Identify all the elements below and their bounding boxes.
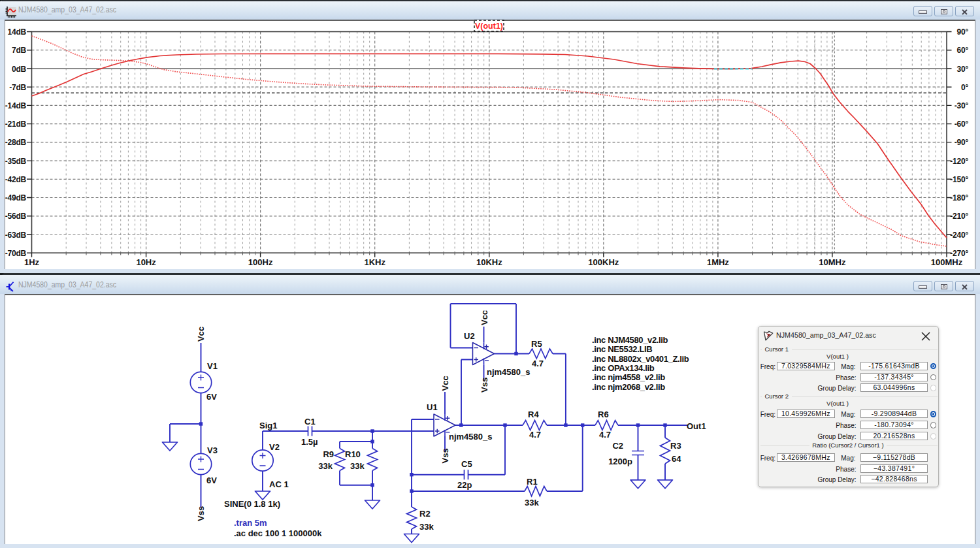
svg-text:SINE(0 1.8 1k): SINE(0 1.8 1k)	[224, 499, 280, 509]
svg-text:-7dB: -7dB	[9, 83, 26, 92]
svg-text:0°: 0°	[961, 83, 968, 92]
svg-text:R4: R4	[528, 410, 539, 419]
svg-text:-49dB: -49dB	[5, 193, 27, 202]
svg-text:30°: 30°	[956, 65, 968, 74]
svg-text:R5: R5	[531, 339, 542, 349]
svg-text:1MHz: 1MHz	[707, 257, 729, 267]
svg-text:-42dB: -42dB	[5, 175, 27, 184]
svg-text:90°: 90°	[956, 27, 968, 37]
svg-text:1200p: 1200p	[608, 457, 632, 466]
svg-text:10MHz: 10MHz	[819, 257, 846, 267]
svg-text:-30°: -30°	[955, 101, 969, 110]
svg-text:V2: V2	[269, 442, 280, 452]
svg-text:7dB: 7dB	[12, 46, 27, 55]
svg-text:R9: R9	[323, 449, 334, 459]
svg-text:-210°: -210°	[950, 212, 968, 221]
svg-text:14dB: 14dB	[7, 27, 26, 37]
svg-text:-28dB: -28dB	[5, 138, 27, 147]
svg-text:Out1: Out1	[687, 421, 706, 431]
svg-text:-21dB: -21dB	[5, 120, 27, 129]
svg-text:U2: U2	[464, 331, 475, 341]
svg-text:AC 1: AC 1	[269, 479, 289, 489]
svg-text:Vcc: Vcc	[196, 327, 206, 342]
svg-text:R6: R6	[598, 410, 609, 419]
svg-text:Vss: Vss	[480, 378, 489, 393]
svg-text:1KHz: 1KHz	[364, 257, 385, 267]
svg-text:10KHz: 10KHz	[476, 257, 502, 267]
svg-text:.ac dec 100 1 100000k: .ac dec 100 1 100000k	[234, 528, 322, 538]
svg-text:60°: 60°	[956, 46, 968, 55]
svg-text:.inc NE5532.LIB: .inc NE5532.LIB	[592, 344, 652, 354]
svg-text:1Hz: 1Hz	[24, 257, 40, 267]
svg-text:-120°: -120°	[950, 157, 968, 166]
svg-text:R3: R3	[670, 441, 681, 451]
svg-text:R2: R2	[419, 509, 431, 519]
svg-text:-180°: -180°	[950, 193, 968, 202]
svg-text:4.7: 4.7	[529, 430, 541, 440]
svg-text:C5: C5	[461, 459, 472, 469]
svg-text:Vss: Vss	[440, 448, 450, 463]
svg-text:V(out1): V(out1)	[475, 22, 503, 31]
svg-text:C2: C2	[612, 441, 623, 451]
svg-text:33k: 33k	[318, 461, 333, 471]
svg-text:100Hz: 100Hz	[248, 257, 273, 267]
svg-text:-70dB: -70dB	[5, 249, 27, 258]
svg-text:6V: 6V	[206, 392, 217, 402]
svg-text:33k: 33k	[419, 522, 434, 532]
svg-text:U1: U1	[427, 402, 438, 412]
svg-text:.inc OPAx134.lib: .inc OPAx134.lib	[592, 363, 655, 373]
svg-text:njm4580_s: njm4580_s	[487, 367, 531, 377]
svg-text:4.7: 4.7	[599, 430, 611, 440]
svg-text:V3: V3	[207, 445, 218, 455]
svg-text:.inc NJM4580_v2.lib: .inc NJM4580_v2.lib	[592, 335, 668, 345]
svg-text:V1: V1	[207, 361, 218, 371]
svg-text:-35dB: -35dB	[5, 157, 27, 166]
svg-text:-56dB: -56dB	[5, 212, 27, 221]
svg-text:Vss: Vss	[196, 506, 206, 521]
svg-text:-240°: -240°	[950, 231, 968, 240]
svg-text:.inc njm2068_v2.lib: .inc njm2068_v2.lib	[592, 382, 665, 392]
svg-text:100KHz: 100KHz	[588, 257, 619, 267]
svg-text:33k: 33k	[525, 498, 539, 508]
svg-text:R1: R1	[527, 477, 538, 487]
svg-text:-63dB: -63dB	[5, 231, 27, 240]
svg-text:33k: 33k	[350, 461, 365, 471]
svg-text:.inc NL8802x_v0401_Z.lib: .inc NL8802x_v0401_Z.lib	[592, 354, 689, 364]
svg-text:Sig1: Sig1	[259, 421, 277, 430]
svg-text:-150°: -150°	[950, 175, 968, 184]
svg-text:.inc njm4558_v2.lib: .inc njm4558_v2.lib	[592, 372, 665, 382]
svg-text:.tran 5m: .tran 5m	[234, 518, 267, 528]
svg-text:64: 64	[672, 454, 681, 464]
svg-text:R10: R10	[345, 449, 361, 459]
svg-text:4.7: 4.7	[532, 359, 544, 368]
svg-text:njm4580_s: njm4580_s	[449, 432, 493, 442]
svg-text:C1: C1	[304, 417, 316, 427]
svg-text:Vcc: Vcc	[440, 376, 450, 391]
svg-text:6V: 6V	[206, 475, 217, 485]
svg-text:22p: 22p	[457, 480, 472, 490]
svg-text:0dB: 0dB	[12, 65, 27, 74]
svg-text:100MHz: 100MHz	[931, 257, 963, 267]
svg-text:1.5µ: 1.5µ	[301, 437, 318, 447]
svg-text:-14dB: -14dB	[5, 101, 27, 110]
svg-text:10Hz: 10Hz	[136, 257, 156, 267]
svg-text:-60°: -60°	[955, 120, 969, 129]
svg-text:Vcc: Vcc	[480, 310, 489, 325]
svg-text:-90°: -90°	[955, 138, 969, 147]
